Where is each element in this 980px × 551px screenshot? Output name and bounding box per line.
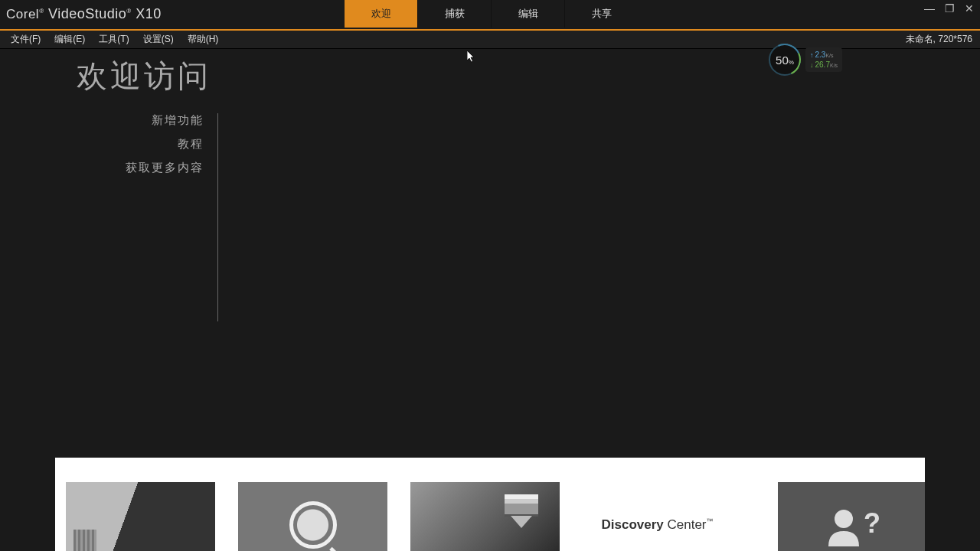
menu-settings[interactable]: 设置(S) xyxy=(143,33,174,46)
discovery-word: Discovery xyxy=(601,517,663,532)
network-stats: ↑2.3K/s ↓26.7K/s xyxy=(805,47,842,72)
network-widget[interactable]: 50% ↑2.3K/s ↓26.7K/s xyxy=(769,44,845,75)
download-speed: ↓26.7K/s xyxy=(810,60,838,69)
svg-text:?: ? xyxy=(864,507,880,539)
mouse-cursor-icon xyxy=(467,51,476,64)
tab-capture[interactable]: 捕获 xyxy=(418,0,492,28)
tab-welcome[interactable]: 欢迎 xyxy=(345,0,418,28)
tile-download[interactable] xyxy=(410,482,560,551)
tab-share[interactable]: 共享 xyxy=(565,0,639,28)
upload-value: 2.3 xyxy=(815,51,826,59)
svg-point-0 xyxy=(835,510,853,528)
project-info: 未命名, 720*576 xyxy=(906,33,972,46)
brand-text: Corel xyxy=(6,7,39,21)
usage-value: 50% xyxy=(776,54,794,67)
close-button[interactable]: ✕ xyxy=(963,3,975,15)
menu-help[interactable]: 帮助(H) xyxy=(188,33,219,46)
tile-search[interactable] xyxy=(238,482,387,551)
tile-editing[interactable] xyxy=(66,482,215,551)
magnifier-icon xyxy=(289,501,337,549)
usage-number: 50 xyxy=(776,54,789,67)
tab-edit[interactable]: 编辑 xyxy=(492,0,565,28)
welcome-sidebar: 新增功能 教程 获取更多内容 xyxy=(46,113,217,184)
down-arrow-icon: ↓ xyxy=(810,61,814,69)
tile-help[interactable]: ? xyxy=(778,482,925,551)
reg-mark: ® xyxy=(39,8,44,15)
minimize-button[interactable]: — xyxy=(923,3,936,15)
product-version: X10 xyxy=(136,6,162,21)
sidebar-item-tutorials[interactable]: 教程 xyxy=(46,137,204,152)
maximize-button[interactable]: ❐ xyxy=(943,3,956,15)
speed-unit: K/s xyxy=(825,53,833,58)
center-word: Center xyxy=(664,517,707,532)
help-person-icon: ? xyxy=(822,502,884,548)
speed-unit-2: K/s xyxy=(830,63,838,68)
bottom-tile-panel: Discovery Center™ ? xyxy=(55,458,925,551)
discovery-center-label: Discovery Center™ xyxy=(601,517,713,533)
menu-edit[interactable]: 编辑(E) xyxy=(54,33,85,46)
reg-mark-2: ® xyxy=(126,8,131,15)
app-title: Corel® VideoStudio® X10 xyxy=(6,6,162,22)
menu-tools[interactable]: 工具(T) xyxy=(99,33,129,46)
download-icon xyxy=(505,494,538,528)
usage-gauge-icon: 50% xyxy=(769,44,801,76)
trademark-mark: ™ xyxy=(707,517,714,525)
window-controls: — ❐ ✕ xyxy=(923,3,975,15)
welcome-heading: 欢迎访问 xyxy=(77,55,211,97)
workspace-tabs: 欢迎 捕获 编辑 共享 xyxy=(345,0,639,29)
sidebar-item-whatsnew[interactable]: 新增功能 xyxy=(46,113,204,128)
titlebar: Corel® VideoStudio® X10 欢迎 捕获 编辑 共享 — ❐ … xyxy=(0,0,980,29)
sidebar-item-getmore[interactable]: 获取更多内容 xyxy=(46,161,204,175)
tile-discovery-center[interactable]: Discovery Center™ xyxy=(583,482,732,551)
sidebar-divider xyxy=(217,113,218,321)
up-arrow-icon: ↑ xyxy=(810,51,814,59)
product-name: VideoStudio xyxy=(48,6,126,21)
download-value: 26.7 xyxy=(815,60,830,69)
menu-file[interactable]: 文件(F) xyxy=(11,33,41,46)
usage-unit: % xyxy=(789,59,794,66)
upload-speed: ↑2.3K/s xyxy=(810,51,838,59)
